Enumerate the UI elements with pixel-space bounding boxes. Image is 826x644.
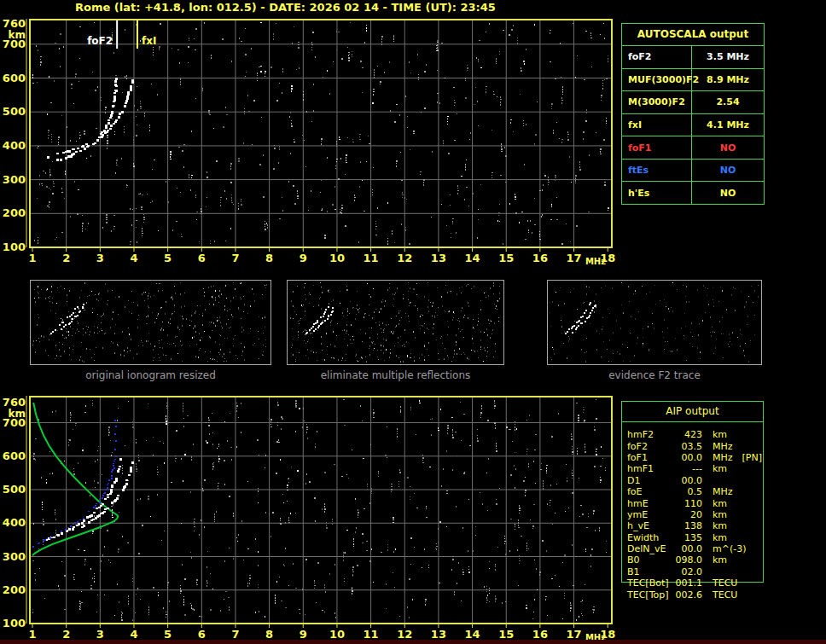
aip-row-name: hmE [622,498,670,509]
aip-row-name: hmF2 [622,429,670,440]
aip-row-value: 110 [670,498,702,509]
aip-row-name: foF1 [622,452,670,463]
autoscala-row-value: NO [692,182,764,204]
autoscala-row-fof1: foF1 NO [622,136,764,159]
y-axis-unit: km [9,408,26,420]
aip-row-value: 0.5 [670,486,702,497]
aip-row-name: Ewidth [622,532,670,543]
aip-row-value: 00.0 [670,452,702,463]
panel-eliminate-reflections [287,280,504,365]
y-tick-label: 600 [3,72,26,84]
x-tick-label: 10 [329,628,345,641]
autoscala-row-value: NO [692,136,764,159]
aip-row: D100.0 [622,475,763,486]
bottom-ionogram-canvas: 123456789101112131415161718MHz7607006005… [0,391,618,643]
aip-row-name: B1 [622,566,670,577]
aip-row-name: TEC[Bot] [622,577,670,589]
bottom-ionogram-plot: 123456789101112131415161718MHz7607006005… [0,391,618,643]
aip-row-unit: MHz [713,441,733,452]
y-tick-label: 500 [3,105,26,118]
autoscala-row-label: fxI [622,114,692,136]
aip-row-name: foF2 [622,441,670,452]
aip-row: foF100.0MHz[PN] [622,452,763,463]
autoscala-row-value: 8.9 MHz [692,69,764,91]
autoscala-row-label: h'Es [622,182,692,204]
aip-row-name: DelN_vE [622,543,670,554]
aip-row: DelN_vE00.0m^(-3) [622,543,763,554]
x-tick-label: 13 [431,628,446,641]
aip-row-unit: km [713,520,727,531]
x-tick-label: 16 [532,252,548,264]
y-tick-label: 300 [3,550,26,563]
x-tick-label: 14 [465,628,480,641]
x-tick-label: 15 [498,628,514,641]
autoscala-row-label: foF2 [622,46,692,68]
x-tick-label: 3 [96,252,104,264]
aip-row-unit: m^(-3) [713,543,746,554]
autoscala-row-value: 4.1 MHz [692,114,764,136]
x-tick-label: 10 [329,252,345,264]
x-tick-label: 3 [96,628,104,641]
aip-row-value: 20 [670,509,702,520]
autoscala-row-value: NO [692,160,764,182]
y-tick-label: 100 [3,241,26,253]
aip-row: foE0.5MHz [622,486,763,497]
x-tick-label: 7 [231,628,239,641]
aip-row-value: 02.0 [670,566,702,577]
aip-row-name: TEC[Top] [622,589,670,600]
autoscala-row-label: ftEs [622,160,692,182]
x-tick-label: 9 [300,628,307,641]
autoscala-row-fof2: foF2 3.5 MHz [622,45,764,68]
aip-panel: AIP output hmF2423kmfoF203.5MHzfoF100.0M… [621,401,764,583]
aip-row: TEC[Top]002.6TECU [622,589,763,600]
x-tick-label: 9 [300,252,307,264]
top-ionogram-canvas: foF2fxI123456789101112131415161718MHz760… [0,14,618,270]
aip-row: Ewidth135km [622,532,763,543]
aip-row-name: h_vE [622,520,670,531]
aip-row-unit: km [713,554,727,566]
x-tick-label: 15 [498,252,514,264]
autoscala-row-m3000f2: M(3000)F2 2.54 [622,90,764,113]
x-tick-label: 11 [364,628,379,641]
x-axis-unit: MHz [585,257,606,266]
x-tick-label: 1 [28,252,36,264]
x-tick-label: 4 [130,628,137,641]
mini-panel-canvas-3 [548,281,761,364]
aip-row-unit: TECU [713,589,737,600]
aip-row: ymE20km [622,509,763,520]
autoscala-row-muf3000f2: MUF(3000)F2 8.9 MHz [622,68,764,91]
aip-row-name: foE [622,486,670,497]
ionogram-app-screen: { "header": { "title": "Rome (lat: +41.8… [0,0,826,644]
bottom-strip [0,640,826,644]
autoscala-row-label: MUF(3000)F2 [622,69,692,91]
aip-row-value: 002.6 [670,589,702,600]
autoscala-row-value: 3.5 MHz [692,46,764,68]
x-tick-label: 12 [397,252,412,264]
x-tick-label: 16 [532,628,548,641]
aip-row: h_vE138km [622,520,763,531]
aip-row-name: B0 [622,554,670,566]
x-tick-label: 8 [265,252,273,264]
aip-row-value: 098.0 [670,554,702,566]
aip-header: AIP output [622,402,763,422]
aip-row-value: 03.5 [670,441,702,452]
y-tick-label: 200 [3,206,26,219]
x-tick-label: 13 [431,252,446,264]
aip-row: TEC[Bot]001.1TECU [622,577,763,589]
x-tick-label: 6 [198,252,206,264]
aip-row-unit: TECU [713,577,737,589]
aip-row-unit: MHz [713,452,733,463]
aip-row-note: [PN] [742,452,762,463]
autoscala-row-fxi: fxI 4.1 MHz [622,113,764,136]
x-tick-label: 5 [164,252,172,264]
panel-evidence-f2-trace [547,280,762,365]
y-tick-label: 400 [3,139,26,152]
x-tick-label: 4 [130,252,137,264]
y-tick-label: 400 [3,516,26,529]
x-tick-label: 8 [265,628,273,641]
aip-row-name: hmF1 [622,463,670,474]
aip-row-value: --- [670,463,702,474]
aip-row-value: 423 [670,429,702,440]
x-tick-label: 14 [465,252,480,264]
aip-row: B102.0 [622,566,763,577]
